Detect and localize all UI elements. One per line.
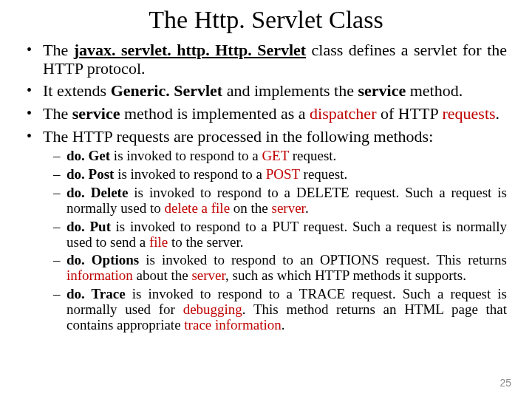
class-name: javax. servlet. http. Http. Servlet	[74, 41, 306, 59]
sub-bullet-doput: do. Put is invoked to respond to a PUT r…	[53, 219, 507, 250]
text: request.	[289, 148, 336, 163]
text: on the	[230, 200, 271, 216]
keyword: file	[149, 234, 168, 250]
sub-bullet-dodelete: do. Delete is invoked to respond to a DE…	[53, 185, 507, 216]
bullet-3: The service method is implemented as a d…	[25, 105, 507, 123]
method-name: do. Get	[66, 148, 110, 163]
keyword: debugging	[183, 301, 242, 317]
sub-bullet-dotrace: do. Trace is invoked to respond to a TRA…	[53, 287, 507, 333]
method-name: service	[72, 104, 120, 123]
text: .	[496, 104, 500, 123]
bullet-1: The javax. servlet. http. Http. Servlet …	[25, 41, 507, 78]
keyword: server	[191, 267, 225, 283]
sub-bullet-doget: do. Get is invoked to respond to a GET r…	[53, 149, 507, 164]
text: The HTTP requests are processed in the f…	[43, 127, 433, 146]
text: about the	[133, 267, 192, 283]
text: request.	[300, 166, 347, 182]
method-name: do. Trace	[66, 286, 126, 301]
keyword: dispatcher	[310, 104, 376, 123]
method-name: do. Options	[66, 252, 139, 267]
keyword: trace information	[184, 317, 281, 332]
sub-bullet-dopost: do. Post is invoked to respond to a POST…	[53, 167, 507, 183]
sub-bullet-dooptions: do. Options is invoked to respond to an …	[53, 253, 507, 284]
keyword: server	[272, 200, 305, 216]
method-name: service	[358, 81, 406, 100]
text: is invoked to respond to an OPTIONS requ…	[139, 252, 507, 267]
text: method is implemented as a	[120, 104, 310, 123]
method-name: do. Post	[66, 166, 114, 182]
text: to the server.	[168, 234, 243, 250]
text: method.	[406, 81, 463, 100]
page-number: 25	[499, 377, 511, 389]
text: .	[282, 317, 285, 332]
keyword: delete a file	[164, 200, 230, 216]
http-verb: POST	[266, 166, 300, 182]
text: It extends	[43, 81, 111, 100]
method-name: do. Delete	[66, 185, 128, 200]
text: , such as which HTTP methods it supports…	[225, 267, 466, 283]
slide-title: The Http. Servlet Class	[25, 6, 507, 34]
http-verb: GET	[262, 148, 289, 163]
text: .	[305, 200, 309, 216]
method-name: do. Put	[66, 219, 111, 234]
sub-bullet-list: do. Get is invoked to respond to a GET r…	[43, 149, 507, 333]
text: of HTTP	[376, 104, 442, 123]
text: is invoked to respond to a	[110, 148, 262, 163]
text: is invoked to respond to a	[114, 166, 265, 182]
bullet-list: The javax. servlet. http. Http. Servlet …	[25, 41, 507, 333]
keyword: requests	[442, 104, 495, 123]
text: is invoked to respond to a PUT request. …	[66, 219, 507, 250]
text: The	[43, 104, 72, 123]
text: The	[43, 41, 74, 59]
bullet-4: The HTTP requests are processed in the f…	[25, 128, 507, 333]
slide: The Http. Servlet Class The javax. servl…	[0, 0, 532, 399]
keyword: information	[66, 267, 133, 283]
text: and implements the	[222, 81, 358, 100]
bullet-2: It extends Generic. Servlet and implemen…	[25, 82, 507, 100]
class-name: Generic. Servlet	[111, 81, 223, 100]
